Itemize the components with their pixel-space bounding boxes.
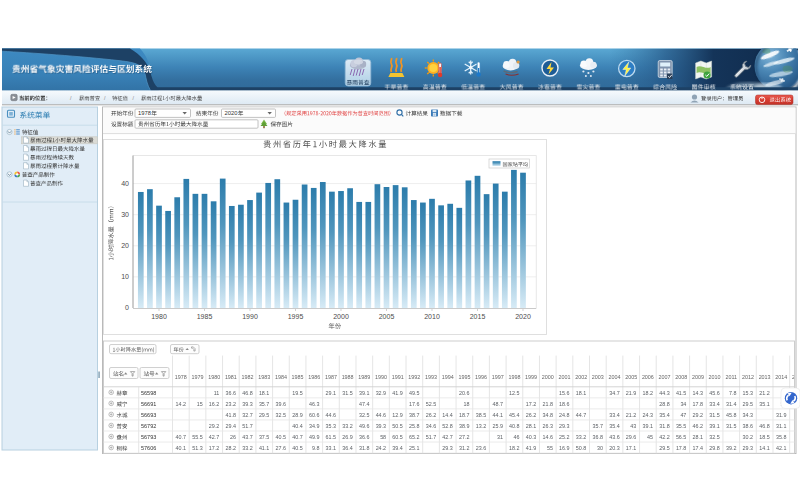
svg-text:35.5: 35.5 [676,423,687,429]
svg-text:1993: 1993 [425,374,437,380]
svg-text:39.6: 39.6 [276,401,287,407]
svg-text:31.8: 31.8 [359,445,370,451]
svg-text:2013: 2013 [759,374,771,380]
svg-text:16.2: 16.2 [209,401,220,407]
svg-text:30: 30 [597,445,603,451]
svg-text:1995: 1995 [458,374,470,380]
svg-text:23.2: 23.2 [226,401,237,407]
svg-text:2020: 2020 [225,110,238,116]
svg-text:14.2: 14.2 [175,401,186,407]
svg-text:24.2: 24.2 [376,445,387,451]
svg-text:26: 26 [230,434,236,440]
svg-text:40: 40 [121,180,129,187]
svg-text:29.4: 29.4 [226,423,237,429]
svg-text:31.5: 31.5 [726,423,737,429]
svg-text:33.2: 33.2 [342,423,353,429]
svg-text:51.3: 51.3 [192,445,203,451]
svg-text:1988: 1988 [342,374,354,380]
svg-text:1984: 1984 [275,374,287,380]
svg-text:28.8: 28.8 [659,401,670,407]
svg-text:49.5: 49.5 [409,390,420,396]
svg-text:1983: 1983 [258,374,270,380]
svg-text:31.2: 31.2 [459,445,470,451]
svg-text:2009: 2009 [692,374,704,380]
svg-text:29.2: 29.2 [693,412,704,418]
svg-text:14.3: 14.3 [693,390,704,396]
svg-text:39.2: 39.2 [726,445,737,451]
svg-text:2002: 2002 [575,374,587,380]
svg-text:14.4: 14.4 [442,412,453,418]
svg-text:49.6: 49.6 [359,423,370,429]
svg-text:30.2: 30.2 [743,434,754,440]
svg-text:32.9: 32.9 [376,390,387,396]
svg-text:2015: 2015 [470,313,486,320]
svg-text:17.2: 17.2 [209,445,220,451]
svg-text:25.9: 25.9 [492,423,503,429]
svg-text:17.8: 17.8 [676,445,687,451]
svg-text:26.3: 26.3 [542,423,553,429]
svg-text:1979: 1979 [192,374,204,380]
svg-text:32.5: 32.5 [359,412,370,418]
svg-text:17.1: 17.1 [626,445,637,451]
svg-text:31.5: 31.5 [342,390,353,396]
svg-text:31.1: 31.1 [776,423,787,429]
svg-text:18.2: 18.2 [509,445,520,451]
svg-text:18.1: 18.1 [259,390,270,396]
svg-text:35.8: 35.8 [776,434,787,440]
svg-text:44.1: 44.1 [492,412,503,418]
svg-text:13.2: 13.2 [476,423,487,429]
svg-text:50.8: 50.8 [576,445,587,451]
svg-text:60.5: 60.5 [392,434,403,440]
svg-text:2011: 2011 [725,374,737,380]
svg-text:1998: 1998 [508,374,520,380]
svg-text:41.9: 41.9 [526,445,537,451]
svg-text:41.9: 41.9 [392,390,403,396]
svg-text:2004: 2004 [609,374,621,380]
svg-text:42.1: 42.1 [776,445,787,451]
svg-text:25.2: 25.2 [559,434,570,440]
svg-text:38.9: 38.9 [459,423,470,429]
svg-text:16.9: 16.9 [559,445,570,451]
svg-text:29.8: 29.8 [709,445,720,451]
svg-text:36.4: 36.4 [342,445,353,451]
svg-text:35.4: 35.4 [659,412,670,418]
svg-text:45.4: 45.4 [509,412,520,418]
svg-text:15: 15 [197,401,203,407]
svg-text:1992: 1992 [408,374,420,380]
svg-text:1989: 1989 [358,374,370,380]
svg-text:27.2: 27.2 [459,434,470,440]
svg-text:12.9: 12.9 [392,412,403,418]
svg-text:24.8: 24.8 [559,412,570,418]
svg-text:1980: 1980 [151,313,167,320]
svg-text:11: 11 [214,390,220,396]
svg-text:1997: 1997 [492,374,504,380]
svg-text:43.6: 43.6 [609,434,620,440]
svg-text:40.7: 40.7 [292,434,303,440]
svg-text:18.5: 18.5 [759,434,770,440]
svg-text:65.2: 65.2 [409,434,420,440]
svg-text:1999: 1999 [525,374,537,380]
svg-text:35.3: 35.3 [326,423,337,429]
svg-text:38.7: 38.7 [409,412,420,418]
svg-text:2005: 2005 [625,374,637,380]
svg-text:19.5: 19.5 [292,390,303,396]
svg-text:18.6: 18.6 [559,401,570,407]
svg-text:26.2: 26.2 [426,412,437,418]
svg-text:18.2: 18.2 [643,390,654,396]
svg-text:1981: 1981 [225,374,237,380]
svg-text:41.8: 41.8 [226,412,237,418]
svg-text:36.6: 36.6 [226,390,237,396]
svg-text:45.6: 45.6 [709,390,720,396]
svg-text:25.1: 25.1 [409,445,420,451]
svg-text:44.7: 44.7 [576,412,587,418]
svg-text:1990: 1990 [375,374,387,380]
svg-text:29.6: 29.6 [626,434,637,440]
svg-text:1995: 1995 [288,313,304,320]
svg-text:21.9: 21.9 [626,390,637,396]
svg-text:27.6: 27.6 [276,445,287,451]
svg-text:2007: 2007 [659,374,671,380]
svg-text:33.4: 33.4 [709,401,720,407]
svg-text:25.8: 25.8 [409,423,420,429]
svg-text:46.8: 46.8 [759,423,770,429]
svg-text:35.1: 35.1 [759,401,770,407]
